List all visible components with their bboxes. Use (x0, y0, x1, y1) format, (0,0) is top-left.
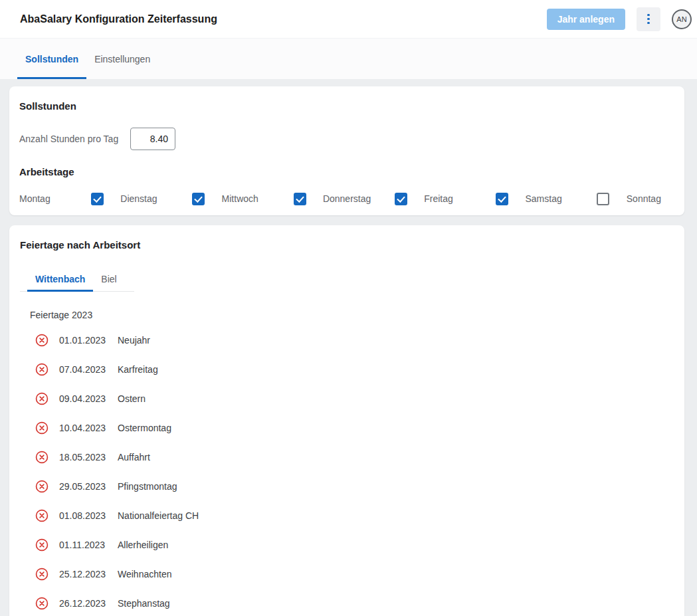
tab-wittenbach[interactable]: Wittenbach (27, 266, 93, 291)
hours-per-day-input[interactable] (130, 128, 175, 150)
avatar-initials: AN (676, 15, 686, 23)
holiday-date: 01.01.2023 (59, 335, 118, 346)
holiday-name: Ostern (118, 393, 146, 404)
holiday-row: 29.05.2023 Pfingstmontag (9, 472, 684, 501)
workday-cell: Sonntag (627, 193, 684, 205)
delete-holiday-button[interactable] (35, 508, 49, 523)
workday-label: Montag (19, 193, 91, 204)
main-tabbar: Sollstunden Einstellungen (0, 39, 697, 79)
holiday-name: Auffahrt (118, 452, 150, 462)
remove-circle-icon (35, 391, 49, 406)
workday-checkbox[interactable] (496, 193, 508, 205)
workdays-row: Montag Dienstag Mittwoch Donnerstag (19, 192, 674, 205)
location-tabbar: Wittenbach Biel (20, 266, 134, 292)
workday-checkbox[interactable] (192, 193, 205, 205)
delete-holiday-button[interactable] (35, 391, 49, 406)
workday-cell: Freitag (424, 193, 525, 205)
holiday-row: 01.11.2023 Allerheiligen (9, 530, 684, 560)
delete-holiday-button[interactable] (35, 538, 49, 552)
holiday-date: 29.05.2023 (59, 481, 118, 492)
kebab-icon (647, 14, 650, 25)
header-actions: Jahr anlegen AN (547, 7, 692, 31)
workday-cell: Montag (19, 193, 120, 205)
remove-circle-icon (35, 450, 49, 464)
holiday-list-title: Feiertage 2023 (30, 310, 684, 320)
workday-cell: Samstag (525, 193, 626, 205)
holiday-name: Neujahr (118, 335, 150, 346)
holiday-name: Allerheiligen (118, 540, 168, 550)
card-title-holidays: Feiertage nach Arbeitsort (20, 239, 674, 251)
tab-label: Wittenbach (35, 274, 85, 284)
workday-label: Freitag (424, 193, 496, 204)
workdays-title: Arbeitstage (19, 166, 674, 177)
hours-per-day-label: Anzahl Stunden pro Tag (19, 134, 130, 144)
workday-cell: Donnerstag (323, 193, 424, 205)
delete-holiday-button[interactable] (35, 450, 49, 464)
tab-sollstunden[interactable]: Sollstunden (17, 39, 86, 79)
holiday-name: Weihnachten (118, 569, 171, 579)
delete-holiday-button[interactable] (35, 333, 49, 348)
tab-einstellungen[interactable]: Einstellungen (86, 39, 158, 79)
holidays-card: Feiertage nach Arbeitsort Wittenbach Bie… (9, 225, 684, 616)
holiday-row: 18.05.2023 Auffahrt (9, 443, 684, 472)
content-area: Sollstunden Anzahl Stunden pro Tag Arbei… (0, 79, 697, 616)
tab-label: Einstellungen (94, 54, 150, 64)
workday-label: Samstag (525, 193, 597, 204)
workday-cell: Dienstag (120, 193, 221, 205)
avatar[interactable]: AN (672, 9, 692, 29)
holiday-row: 07.04.2023 Karfreitag (9, 355, 684, 384)
workday-label: Dienstag (120, 193, 192, 204)
remove-circle-icon (35, 421, 49, 435)
remove-circle-icon (35, 333, 49, 348)
holiday-date: 01.08.2023 (59, 510, 118, 521)
workday-label: Donnerstag (323, 193, 395, 204)
page-title: AbaSalary Konfiguration Zeiterfassung (20, 13, 217, 25)
workday-checkbox[interactable] (91, 193, 104, 205)
workday-checkbox[interactable] (597, 193, 609, 205)
delete-holiday-button[interactable] (35, 362, 49, 377)
holiday-name: Pfingstmontag (118, 481, 177, 492)
holiday-row: 10.04.2023 Ostermontag (9, 413, 684, 443)
workday-cell: Mittwoch (222, 193, 323, 205)
workday-checkbox[interactable] (395, 193, 407, 205)
delete-holiday-button[interactable] (35, 479, 49, 494)
remove-circle-icon (35, 508, 49, 523)
more-options-button[interactable] (637, 7, 660, 31)
holiday-name: Karfreitag (118, 364, 158, 375)
holiday-name: Ostermontag (118, 423, 171, 433)
workday-label: Sonntag (627, 193, 684, 204)
tab-label: Sollstunden (25, 54, 78, 64)
card-title-sollstunden: Sollstunden (19, 100, 674, 112)
holiday-row: 26.12.2023 Stephanstag (9, 589, 684, 616)
remove-circle-icon (35, 479, 49, 494)
holiday-name: Stephanstag (118, 598, 170, 609)
tab-label: Biel (101, 274, 116, 284)
remove-circle-icon (35, 538, 49, 552)
delete-holiday-button[interactable] (35, 567, 49, 581)
workday-checkbox[interactable] (294, 193, 306, 205)
remove-circle-icon (35, 596, 49, 611)
holiday-name: Nationalfeiertag CH (118, 510, 199, 521)
holiday-date: 07.04.2023 (59, 364, 118, 375)
delete-holiday-button[interactable] (35, 421, 49, 435)
remove-circle-icon (35, 362, 49, 377)
hours-per-day-row: Anzahl Stunden pro Tag (19, 128, 674, 150)
create-year-button[interactable]: Jahr anlegen (547, 9, 625, 30)
workday-label: Mittwoch (222, 193, 294, 204)
tab-biel[interactable]: Biel (93, 266, 124, 291)
remove-circle-icon (35, 567, 49, 581)
holiday-list: 01.01.2023 Neujahr 07.04.2023 Karfreitag (9, 326, 684, 616)
holiday-row: 01.01.2023 Neujahr (9, 326, 684, 355)
holiday-date: 09.04.2023 (59, 393, 118, 404)
holiday-date: 10.04.2023 (59, 423, 118, 433)
holiday-date: 26.12.2023 (59, 598, 118, 609)
holiday-date: 01.11.2023 (59, 540, 118, 550)
holiday-row: 25.12.2023 Weihnachten (9, 560, 684, 589)
sollstunden-card: Sollstunden Anzahl Stunden pro Tag Arbei… (9, 86, 684, 215)
holiday-date: 18.05.2023 (59, 452, 118, 462)
holiday-row: 01.08.2023 Nationalfeiertag CH (9, 501, 684, 530)
delete-holiday-button[interactable] (35, 596, 49, 611)
app-header: AbaSalary Konfiguration Zeiterfassung Ja… (0, 0, 697, 39)
holiday-row: 09.04.2023 Ostern (9, 384, 684, 413)
holiday-date: 25.12.2023 (59, 569, 118, 579)
